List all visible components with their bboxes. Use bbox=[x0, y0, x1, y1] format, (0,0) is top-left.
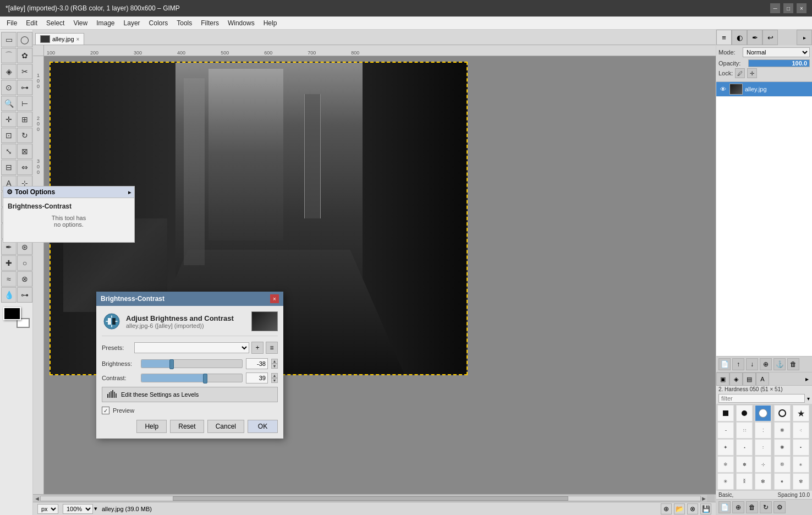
new-brush-button[interactable]: 📄 bbox=[718, 501, 731, 513]
dialog-close-button[interactable]: × bbox=[270, 294, 279, 303]
contrast-slider[interactable] bbox=[141, 374, 243, 382]
brushes-expand-button[interactable]: ▸ bbox=[802, 372, 812, 385]
add-preset-button[interactable]: + bbox=[251, 342, 264, 354]
mode-select[interactable]: Normal bbox=[743, 47, 810, 57]
menu-file[interactable]: File bbox=[2, 18, 21, 28]
tool-by-color[interactable]: ◈ bbox=[1, 64, 17, 79]
brush-item-square-sm[interactable] bbox=[717, 405, 734, 421]
contrast-handle[interactable] bbox=[203, 374, 207, 383]
tool-free-select[interactable]: ⌒ bbox=[1, 48, 17, 63]
gradients-tab-icon[interactable]: ▤ bbox=[743, 372, 756, 386]
brush-item-scatter20[interactable]: ✾ bbox=[793, 473, 809, 490]
menu-filters[interactable]: Filters bbox=[196, 18, 223, 28]
preset-options-button[interactable]: ≡ bbox=[266, 342, 278, 354]
tool-color-balance[interactable]: ⊶ bbox=[17, 287, 32, 303]
presets-select[interactable] bbox=[134, 342, 249, 353]
edit-as-levels-button[interactable]: Edit these Settings as Levels bbox=[102, 387, 278, 402]
tool-perspective[interactable]: ⊟ bbox=[1, 160, 17, 175]
duplicate-layer-button[interactable]: ⊕ bbox=[760, 358, 772, 370]
cancel-button[interactable]: Cancel bbox=[207, 420, 244, 433]
patterns-tab-icon[interactable]: ◈ bbox=[729, 372, 743, 386]
brightness-spin-down[interactable]: ▼ bbox=[271, 364, 278, 369]
brush-item-circle-hard-sm[interactable] bbox=[736, 405, 753, 421]
brush-item-scatter3[interactable]: ⁚ bbox=[755, 422, 771, 439]
brush-item-star[interactable]: ★ bbox=[793, 405, 809, 421]
brush-item-scatter2[interactable]: ∷ bbox=[736, 422, 753, 439]
brush-item-scatter13[interactable]: ⊹ bbox=[755, 456, 771, 473]
tool-paths[interactable]: ⊶ bbox=[17, 80, 32, 95]
minimize-button[interactable]: ─ bbox=[770, 3, 780, 13]
tool-ellipse-select[interactable]: ◯ bbox=[17, 32, 32, 47]
tool-foreground-select[interactable]: ⊙ bbox=[1, 80, 17, 95]
brush-item-scatter12[interactable]: ✽ bbox=[736, 456, 753, 473]
layer-visibility-icon[interactable]: 👁 bbox=[718, 85, 727, 94]
tool-smudge[interactable]: ≈ bbox=[1, 271, 17, 287]
menu-edit[interactable]: Edit bbox=[21, 18, 42, 28]
brush-item-circle-outline[interactable] bbox=[774, 405, 791, 421]
layer-item[interactable]: 👁 alley.jpg bbox=[716, 82, 812, 97]
layers-tab[interactable]: ≡ bbox=[716, 30, 732, 45]
menu-help[interactable]: Help bbox=[259, 18, 282, 28]
history-tab[interactable]: ↩ bbox=[762, 30, 778, 45]
brush-item-scatter10[interactable]: ∘ bbox=[793, 439, 809, 456]
help-button[interactable]: Help bbox=[136, 420, 167, 433]
tool-zoom[interactable]: 🔍 bbox=[1, 96, 17, 111]
foreground-color-swatch[interactable] bbox=[3, 307, 21, 320]
menu-colors[interactable]: Colors bbox=[145, 18, 173, 28]
brush-item-scatter18[interactable]: ✼ bbox=[755, 473, 771, 490]
opacity-slider[interactable]: 100.0 bbox=[748, 59, 810, 67]
lock-position-button[interactable]: ✛ bbox=[747, 68, 757, 78]
menu-view[interactable]: View bbox=[69, 18, 92, 28]
duplicate-brush-button[interactable]: ⊕ bbox=[732, 501, 744, 513]
channels-tab[interactable]: ◐ bbox=[732, 30, 747, 45]
tool-align[interactable]: ⊞ bbox=[17, 112, 32, 127]
image-tab[interactable]: alley.jpg × bbox=[35, 33, 84, 45]
brush-item-scatter4[interactable]: ❋ bbox=[774, 422, 791, 439]
brush-item-scatter19[interactable]: ⁕ bbox=[774, 473, 791, 490]
zoom-select[interactable]: 100% 50% 200% bbox=[63, 504, 93, 514]
close-window-button[interactable]: × bbox=[797, 3, 806, 13]
brush-item-circle-hard-md[interactable] bbox=[755, 405, 771, 421]
brush-filter-input[interactable] bbox=[718, 394, 805, 403]
menu-select[interactable]: Select bbox=[42, 18, 69, 28]
delete-brush-button[interactable]: 🗑 bbox=[746, 501, 758, 513]
brush-item-scatter8[interactable]: ∶ bbox=[755, 439, 771, 456]
tool-rotate[interactable]: ↻ bbox=[17, 128, 32, 143]
tool-options-expand-icon[interactable]: ▸ bbox=[128, 189, 131, 195]
expand-panel-button[interactable]: ▸ bbox=[797, 30, 812, 45]
lower-layer-button[interactable]: ↓ bbox=[746, 358, 758, 370]
tool-shear[interactable]: ⊠ bbox=[17, 144, 32, 159]
brush-item-scatter16[interactable]: ✳ bbox=[717, 473, 734, 490]
tool-color-picker[interactable]: 💧 bbox=[1, 287, 17, 303]
brush-item-scatter7[interactable]: ⋆ bbox=[736, 439, 753, 456]
brush-settings-button[interactable]: ⚙ bbox=[773, 501, 786, 513]
brush-item-scatter5[interactable]: ⁖ bbox=[793, 422, 809, 439]
scroll-thumb[interactable] bbox=[173, 496, 569, 501]
menu-tools[interactable]: Tools bbox=[172, 18, 196, 28]
new-layer-button[interactable]: 📄 bbox=[718, 358, 731, 370]
tool-flip[interactable]: ⇔ bbox=[17, 160, 32, 175]
ok-button[interactable]: OK bbox=[248, 420, 278, 433]
new-image-button[interactable]: ⊕ bbox=[661, 503, 672, 514]
raise-layer-button[interactable]: ↑ bbox=[732, 358, 744, 370]
tool-move[interactable]: ✛ bbox=[1, 112, 17, 127]
brush-item-scatter14[interactable]: ❊ bbox=[774, 456, 791, 473]
scroll-left-icon[interactable]: ◄ bbox=[34, 495, 40, 502]
anchor-layer-button[interactable]: ⚓ bbox=[773, 358, 786, 370]
delete-layer-button[interactable]: 🗑 bbox=[787, 358, 799, 370]
tool-measure[interactable]: ⊢ bbox=[17, 96, 32, 111]
scroll-right-arrow[interactable]: ► bbox=[701, 495, 707, 502]
menu-image[interactable]: Image bbox=[92, 18, 119, 28]
brightness-handle[interactable] bbox=[169, 359, 174, 369]
brush-item-scatter1[interactable]: ··· bbox=[717, 422, 734, 439]
canvas-scrollbar-horizontal[interactable]: ◄ ► bbox=[33, 494, 716, 502]
brightness-spin-up[interactable]: ▲ bbox=[271, 359, 278, 364]
preview-checkbox[interactable]: ✓ bbox=[102, 407, 109, 414]
lock-pixels-button[interactable]: 🖊 bbox=[735, 68, 745, 78]
contrast-spin-up[interactable]: ▲ bbox=[271, 373, 278, 378]
close-image-button[interactable]: ⊗ bbox=[687, 503, 698, 514]
unit-select[interactable]: px bbox=[37, 504, 58, 514]
contrast-spin-down[interactable]: ▼ bbox=[271, 378, 278, 383]
brush-item-scatter9[interactable]: ✺ bbox=[774, 439, 791, 456]
brightness-slider[interactable] bbox=[141, 359, 243, 368]
